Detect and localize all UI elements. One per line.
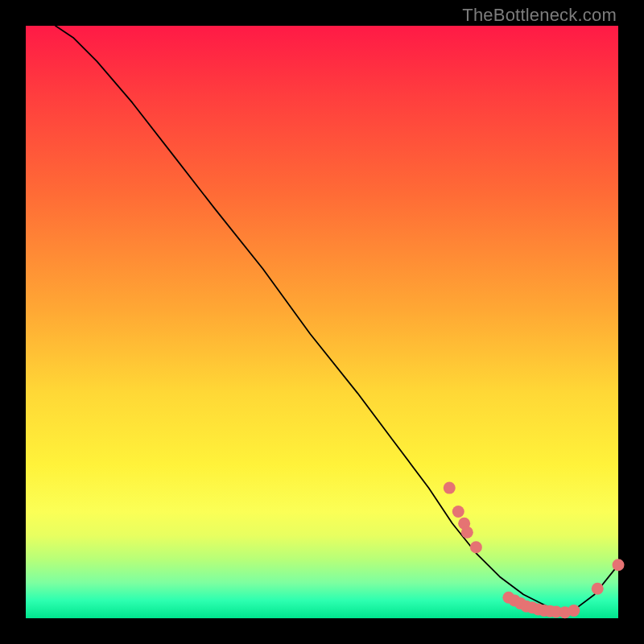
curve-markers [444,482,625,619]
curve-marker [470,541,482,553]
curve-marker [613,559,625,571]
curve-marker [568,605,580,617]
chart-svg [26,26,618,618]
curve-marker [444,482,456,494]
curve-marker [452,506,464,518]
watermark-label: TheBottleneck.com [462,5,617,26]
curve-marker [461,526,473,539]
bottleneck-curve [56,26,618,613]
curve-marker [592,583,604,595]
